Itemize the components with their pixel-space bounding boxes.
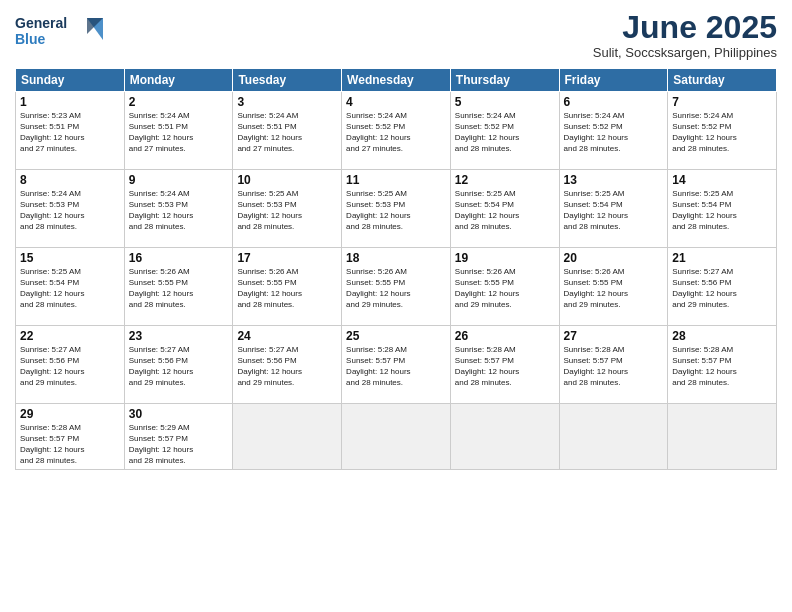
- calendar-cell: 20Sunrise: 5:26 AM Sunset: 5:55 PM Dayli…: [559, 248, 668, 326]
- cell-info: Sunrise: 5:27 AM Sunset: 5:56 PM Dayligh…: [129, 345, 229, 388]
- day-number: 17: [237, 251, 337, 265]
- day-number: 16: [129, 251, 229, 265]
- day-number: 29: [20, 407, 120, 421]
- day-number: 13: [564, 173, 664, 187]
- day-number: 4: [346, 95, 446, 109]
- calendar-cell: 2Sunrise: 5:24 AM Sunset: 5:51 PM Daylig…: [124, 92, 233, 170]
- day-number: 12: [455, 173, 555, 187]
- day-number: 7: [672, 95, 772, 109]
- day-number: 6: [564, 95, 664, 109]
- weekday-header: Saturday: [668, 69, 777, 92]
- weekday-header: Thursday: [450, 69, 559, 92]
- cell-info: Sunrise: 5:27 AM Sunset: 5:56 PM Dayligh…: [20, 345, 120, 388]
- day-number: 14: [672, 173, 772, 187]
- day-number: 30: [129, 407, 229, 421]
- cell-info: Sunrise: 5:23 AM Sunset: 5:51 PM Dayligh…: [20, 111, 120, 154]
- cell-info: Sunrise: 5:25 AM Sunset: 5:53 PM Dayligh…: [237, 189, 337, 232]
- cell-info: Sunrise: 5:28 AM Sunset: 5:57 PM Dayligh…: [20, 423, 120, 466]
- subtitle: Sulit, Soccsksargen, Philippines: [593, 45, 777, 60]
- calendar-cell: 9Sunrise: 5:24 AM Sunset: 5:53 PM Daylig…: [124, 170, 233, 248]
- calendar-row: 29Sunrise: 5:28 AM Sunset: 5:57 PM Dayli…: [16, 404, 777, 470]
- day-number: 5: [455, 95, 555, 109]
- cell-info: Sunrise: 5:24 AM Sunset: 5:52 PM Dayligh…: [564, 111, 664, 154]
- cell-info: Sunrise: 5:28 AM Sunset: 5:57 PM Dayligh…: [672, 345, 772, 388]
- cell-info: Sunrise: 5:26 AM Sunset: 5:55 PM Dayligh…: [237, 267, 337, 310]
- svg-text:General: General: [15, 15, 67, 31]
- day-number: 8: [20, 173, 120, 187]
- weekday-header: Monday: [124, 69, 233, 92]
- day-number: 19: [455, 251, 555, 265]
- day-number: 20: [564, 251, 664, 265]
- svg-text:Blue: Blue: [15, 31, 46, 47]
- day-number: 9: [129, 173, 229, 187]
- calendar-cell: 18Sunrise: 5:26 AM Sunset: 5:55 PM Dayli…: [342, 248, 451, 326]
- cell-info: Sunrise: 5:24 AM Sunset: 5:52 PM Dayligh…: [455, 111, 555, 154]
- calendar-cell: 21Sunrise: 5:27 AM Sunset: 5:56 PM Dayli…: [668, 248, 777, 326]
- weekday-header: Friday: [559, 69, 668, 92]
- day-number: 27: [564, 329, 664, 343]
- cell-info: Sunrise: 5:27 AM Sunset: 5:56 PM Dayligh…: [237, 345, 337, 388]
- calendar-cell: 16Sunrise: 5:26 AM Sunset: 5:55 PM Dayli…: [124, 248, 233, 326]
- calendar-cell: [233, 404, 342, 470]
- logo: General Blue: [15, 10, 105, 50]
- cell-info: Sunrise: 5:25 AM Sunset: 5:54 PM Dayligh…: [455, 189, 555, 232]
- calendar-cell: [668, 404, 777, 470]
- calendar-row: 1Sunrise: 5:23 AM Sunset: 5:51 PM Daylig…: [16, 92, 777, 170]
- cell-info: Sunrise: 5:25 AM Sunset: 5:54 PM Dayligh…: [20, 267, 120, 310]
- weekday-header: Wednesday: [342, 69, 451, 92]
- calendar-cell: 4Sunrise: 5:24 AM Sunset: 5:52 PM Daylig…: [342, 92, 451, 170]
- weekday-header: Sunday: [16, 69, 125, 92]
- calendar-row: 8Sunrise: 5:24 AM Sunset: 5:53 PM Daylig…: [16, 170, 777, 248]
- page: General Blue June 2025 Sulit, Soccsksarg…: [0, 0, 792, 612]
- day-number: 23: [129, 329, 229, 343]
- calendar-table: SundayMondayTuesdayWednesdayThursdayFrid…: [15, 68, 777, 470]
- calendar-cell: 5Sunrise: 5:24 AM Sunset: 5:52 PM Daylig…: [450, 92, 559, 170]
- day-number: 26: [455, 329, 555, 343]
- calendar-cell: 24Sunrise: 5:27 AM Sunset: 5:56 PM Dayli…: [233, 326, 342, 404]
- calendar-cell: 14Sunrise: 5:25 AM Sunset: 5:54 PM Dayli…: [668, 170, 777, 248]
- calendar-cell: 8Sunrise: 5:24 AM Sunset: 5:53 PM Daylig…: [16, 170, 125, 248]
- title-block: June 2025 Sulit, Soccsksargen, Philippin…: [593, 10, 777, 60]
- calendar-cell: 15Sunrise: 5:25 AM Sunset: 5:54 PM Dayli…: [16, 248, 125, 326]
- calendar-row: 22Sunrise: 5:27 AM Sunset: 5:56 PM Dayli…: [16, 326, 777, 404]
- calendar-cell: 29Sunrise: 5:28 AM Sunset: 5:57 PM Dayli…: [16, 404, 125, 470]
- calendar-header-row: SundayMondayTuesdayWednesdayThursdayFrid…: [16, 69, 777, 92]
- calendar-cell: 12Sunrise: 5:25 AM Sunset: 5:54 PM Dayli…: [450, 170, 559, 248]
- calendar-cell: 17Sunrise: 5:26 AM Sunset: 5:55 PM Dayli…: [233, 248, 342, 326]
- day-number: 18: [346, 251, 446, 265]
- cell-info: Sunrise: 5:26 AM Sunset: 5:55 PM Dayligh…: [346, 267, 446, 310]
- day-number: 21: [672, 251, 772, 265]
- calendar-cell: 22Sunrise: 5:27 AM Sunset: 5:56 PM Dayli…: [16, 326, 125, 404]
- calendar-row: 15Sunrise: 5:25 AM Sunset: 5:54 PM Dayli…: [16, 248, 777, 326]
- cell-info: Sunrise: 5:24 AM Sunset: 5:51 PM Dayligh…: [129, 111, 229, 154]
- calendar-cell: 6Sunrise: 5:24 AM Sunset: 5:52 PM Daylig…: [559, 92, 668, 170]
- calendar-cell: 30Sunrise: 5:29 AM Sunset: 5:57 PM Dayli…: [124, 404, 233, 470]
- calendar-cell: 10Sunrise: 5:25 AM Sunset: 5:53 PM Dayli…: [233, 170, 342, 248]
- cell-info: Sunrise: 5:28 AM Sunset: 5:57 PM Dayligh…: [564, 345, 664, 388]
- calendar-cell: 11Sunrise: 5:25 AM Sunset: 5:53 PM Dayli…: [342, 170, 451, 248]
- day-number: 2: [129, 95, 229, 109]
- calendar-cell: [342, 404, 451, 470]
- cell-info: Sunrise: 5:24 AM Sunset: 5:53 PM Dayligh…: [129, 189, 229, 232]
- calendar-cell: 7Sunrise: 5:24 AM Sunset: 5:52 PM Daylig…: [668, 92, 777, 170]
- cell-info: Sunrise: 5:26 AM Sunset: 5:55 PM Dayligh…: [455, 267, 555, 310]
- calendar-cell: 25Sunrise: 5:28 AM Sunset: 5:57 PM Dayli…: [342, 326, 451, 404]
- cell-info: Sunrise: 5:24 AM Sunset: 5:52 PM Dayligh…: [346, 111, 446, 154]
- calendar-cell: 3Sunrise: 5:24 AM Sunset: 5:51 PM Daylig…: [233, 92, 342, 170]
- cell-info: Sunrise: 5:25 AM Sunset: 5:54 PM Dayligh…: [564, 189, 664, 232]
- calendar-cell: 23Sunrise: 5:27 AM Sunset: 5:56 PM Dayli…: [124, 326, 233, 404]
- day-number: 3: [237, 95, 337, 109]
- cell-info: Sunrise: 5:25 AM Sunset: 5:53 PM Dayligh…: [346, 189, 446, 232]
- calendar-cell: 28Sunrise: 5:28 AM Sunset: 5:57 PM Dayli…: [668, 326, 777, 404]
- calendar-cell: 13Sunrise: 5:25 AM Sunset: 5:54 PM Dayli…: [559, 170, 668, 248]
- cell-info: Sunrise: 5:27 AM Sunset: 5:56 PM Dayligh…: [672, 267, 772, 310]
- day-number: 25: [346, 329, 446, 343]
- calendar-cell: [450, 404, 559, 470]
- cell-info: Sunrise: 5:29 AM Sunset: 5:57 PM Dayligh…: [129, 423, 229, 466]
- cell-info: Sunrise: 5:24 AM Sunset: 5:52 PM Dayligh…: [672, 111, 772, 154]
- calendar-cell: 1Sunrise: 5:23 AM Sunset: 5:51 PM Daylig…: [16, 92, 125, 170]
- day-number: 15: [20, 251, 120, 265]
- day-number: 1: [20, 95, 120, 109]
- month-title: June 2025: [593, 10, 777, 45]
- day-number: 24: [237, 329, 337, 343]
